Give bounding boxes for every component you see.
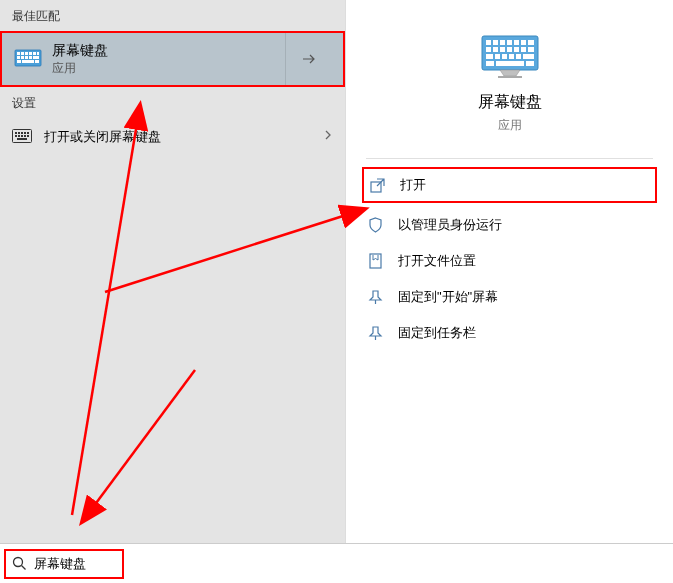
svg-rect-45: [509, 54, 514, 59]
keyboard-app-large-icon: [478, 30, 542, 80]
action-run-admin[interactable]: 以管理员身份运行: [346, 207, 673, 243]
svg-rect-24: [24, 135, 26, 137]
svg-rect-11: [33, 56, 39, 59]
svg-rect-51: [498, 76, 522, 78]
preview-panel: 屏幕键盘 应用 打开 以管理员身份运行 打开文件位置: [345, 0, 673, 543]
svg-rect-23: [21, 135, 23, 137]
arrow-right-icon: [300, 50, 318, 68]
svg-rect-43: [495, 54, 500, 59]
svg-rect-46: [516, 54, 521, 59]
svg-rect-32: [514, 40, 519, 45]
svg-point-54: [14, 557, 23, 566]
app-subtitle: 应用: [346, 117, 673, 134]
svg-rect-9: [25, 56, 28, 59]
app-title: 屏幕键盘: [346, 92, 673, 113]
action-label: 打开文件位置: [398, 252, 476, 270]
action-label: 以管理员身份运行: [398, 216, 502, 234]
best-match-text: 屏幕键盘 应用: [52, 42, 285, 77]
action-pin-start[interactable]: 固定到"开始"屏幕: [346, 279, 673, 315]
svg-rect-50: [526, 61, 534, 66]
action-label: 打开: [400, 176, 426, 194]
divider: [366, 158, 653, 159]
svg-rect-17: [18, 132, 20, 134]
svg-rect-10: [29, 56, 32, 59]
chevron-right-icon: [323, 128, 333, 146]
svg-rect-13: [22, 60, 34, 63]
svg-rect-25: [27, 135, 29, 137]
folder-icon: [366, 252, 384, 270]
svg-rect-5: [33, 52, 36, 55]
svg-rect-30: [500, 40, 505, 45]
keyboard-icon: [12, 129, 32, 145]
svg-rect-31: [507, 40, 512, 45]
svg-rect-33: [521, 40, 526, 45]
settings-result-item[interactable]: 打开或关闭屏幕键盘: [0, 118, 345, 156]
svg-rect-4: [29, 52, 32, 55]
action-label: 固定到任务栏: [398, 324, 476, 342]
svg-rect-14: [35, 60, 39, 63]
svg-rect-40: [521, 47, 526, 52]
svg-rect-12: [17, 60, 21, 63]
search-icon: [12, 556, 28, 572]
svg-rect-44: [502, 54, 507, 59]
taskbar-search: [0, 543, 673, 583]
search-box[interactable]: [4, 549, 124, 579]
action-open-location[interactable]: 打开文件位置: [346, 243, 673, 279]
svg-rect-1: [17, 52, 20, 55]
best-match-title: 屏幕键盘: [52, 42, 285, 60]
shield-icon: [366, 216, 384, 234]
search-results-panel: 最佳匹配 屏幕键盘 应用: [0, 0, 345, 543]
action-label: 固定到"开始"屏幕: [398, 288, 498, 306]
svg-rect-42: [486, 54, 493, 59]
svg-rect-18: [21, 132, 23, 134]
svg-rect-8: [21, 56, 24, 59]
svg-rect-48: [486, 61, 494, 66]
svg-rect-53: [370, 254, 381, 268]
svg-rect-34: [528, 40, 534, 45]
svg-rect-47: [523, 54, 534, 59]
svg-rect-6: [37, 52, 39, 55]
svg-rect-38: [507, 47, 512, 52]
svg-rect-3: [25, 52, 28, 55]
search-input[interactable]: [34, 556, 114, 571]
svg-rect-36: [493, 47, 498, 52]
svg-rect-28: [486, 40, 491, 45]
pin-start-icon: [366, 288, 384, 306]
settings-item-label: 打开或关闭屏幕键盘: [44, 128, 323, 146]
settings-header: 设置: [0, 87, 345, 118]
action-open[interactable]: 打开: [362, 167, 657, 203]
svg-rect-16: [15, 132, 17, 134]
expand-arrow-button[interactable]: [285, 33, 331, 85]
app-hero: 屏幕键盘 应用: [346, 20, 673, 158]
svg-rect-41: [528, 47, 534, 52]
svg-rect-7: [17, 56, 20, 59]
best-match-result[interactable]: 屏幕键盘 应用: [0, 31, 345, 87]
svg-rect-21: [15, 135, 17, 137]
svg-rect-37: [500, 47, 505, 52]
svg-rect-29: [493, 40, 498, 45]
svg-rect-2: [21, 52, 24, 55]
svg-rect-39: [514, 47, 519, 52]
svg-rect-22: [18, 135, 20, 137]
svg-rect-35: [486, 47, 491, 52]
best-match-subtitle: 应用: [52, 60, 285, 77]
svg-rect-19: [24, 132, 26, 134]
svg-rect-26: [17, 138, 27, 140]
best-match-header: 最佳匹配: [0, 0, 345, 31]
pin-taskbar-icon: [366, 324, 384, 342]
keyboard-app-icon: [14, 48, 42, 70]
action-pin-taskbar[interactable]: 固定到任务栏: [346, 315, 673, 351]
svg-rect-20: [27, 132, 29, 134]
svg-rect-49: [496, 61, 524, 66]
open-icon: [368, 176, 386, 194]
